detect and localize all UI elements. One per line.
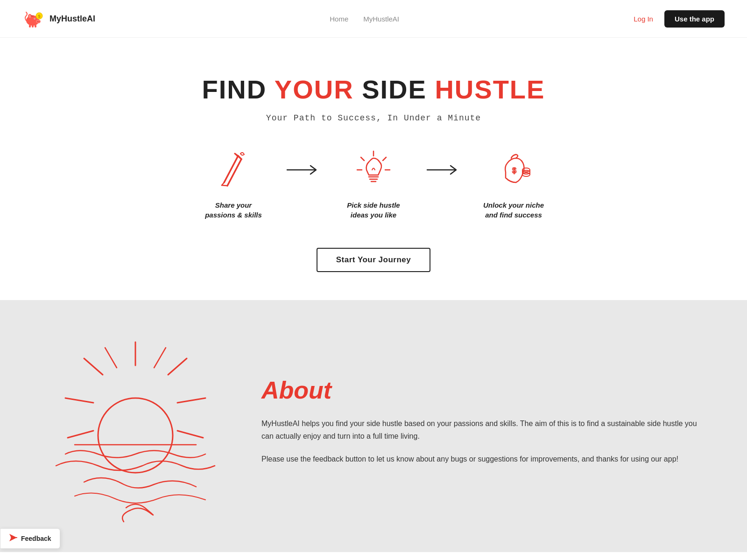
about-para-1: MyHustleAI helps you find your side hust… [261, 417, 710, 442]
feedback-icon [9, 533, 17, 544]
step-2-label: Pick side hustleideas you like [347, 200, 400, 220]
svg-point-3 [39, 21, 40, 22]
svg-line-40 [177, 398, 205, 403]
feedback-label: Feedback [21, 535, 51, 542]
svg-line-39 [84, 358, 103, 375]
svg-text:$: $ [512, 167, 516, 175]
nav-actions: Log In Use the app [634, 10, 725, 28]
svg-line-23 [383, 157, 386, 161]
svg-point-2 [37, 21, 38, 22]
hero-section: FIND YOUR SIDE HUSTLE Your Path to Succe… [0, 38, 747, 300]
use-app-button[interactable]: Use the app [664, 10, 725, 28]
svg-line-25 [361, 157, 364, 161]
svg-rect-9 [32, 25, 34, 28]
moneybag-icon: $ [493, 149, 535, 191]
svg-line-41 [65, 398, 93, 403]
hero-title-hustle: HUSTLE [435, 75, 545, 104]
feedback-button[interactable]: Feedback [0, 528, 60, 549]
pencil-icon [212, 149, 254, 191]
hero-title-find: FIND [202, 75, 275, 104]
svg-text:$: $ [38, 14, 41, 19]
sun-illustration [37, 328, 233, 524]
hero-subtitle: Your Path to Success, In Under a Minute [22, 113, 725, 123]
arrow-1 [285, 149, 322, 177]
start-journey-button[interactable]: Start Your Journey [317, 248, 430, 272]
hero-title-side: SIDE [354, 75, 435, 104]
svg-line-44 [154, 348, 166, 368]
step-1: Share yourpassions & skills [187, 149, 280, 220]
logo[interactable]: $ MyHustleAI [22, 7, 95, 30]
login-link[interactable]: Log In [634, 15, 653, 23]
arrow-2 [425, 149, 462, 177]
svg-line-38 [168, 358, 187, 375]
hero-title: FIND YOUR SIDE HUSTLE [22, 75, 725, 104]
step-1-label: Share yourpassions & skills [205, 200, 262, 220]
hero-title-your: YOUR [275, 75, 354, 104]
logo-text: MyHustleAI [49, 14, 95, 24]
navbar: $ MyHustleAI Home MyHustleAI Log In Use … [0, 0, 747, 38]
nav-home[interactable]: Home [330, 15, 348, 23]
nav-myhustleai[interactable]: MyHustleAI [363, 15, 399, 23]
svg-rect-10 [35, 25, 36, 28]
svg-line-45 [105, 348, 117, 368]
logo-icon: $ [22, 7, 45, 30]
about-content: About MyHustleAI helps you find your sid… [261, 376, 710, 476]
svg-rect-11 [31, 15, 34, 16]
about-section: About MyHustleAI helps you find your sid… [0, 300, 747, 552]
svg-point-5 [34, 18, 35, 19]
step-2: Pick side hustleideas you like [327, 149, 420, 220]
cta-wrapper: Start Your Journey [22, 248, 725, 272]
step-3: $ Unlock your nicheand find success [467, 149, 560, 220]
svg-line-43 [68, 431, 93, 438]
lightbulb-icon [352, 149, 395, 191]
svg-line-42 [177, 431, 203, 438]
step-3-label: Unlock your nicheand find success [483, 200, 544, 220]
svg-point-1 [36, 20, 41, 23]
svg-line-18 [222, 185, 227, 186]
steps-container: Share yourpassions & skills [22, 149, 725, 220]
about-para-2: Please use the feedback button to let us… [261, 453, 710, 465]
nav-links: Home MyHustleAI [330, 15, 399, 23]
svg-rect-8 [29, 25, 31, 28]
about-illustration [37, 328, 233, 524]
svg-point-7 [29, 15, 31, 18]
about-title: About [261, 376, 710, 404]
